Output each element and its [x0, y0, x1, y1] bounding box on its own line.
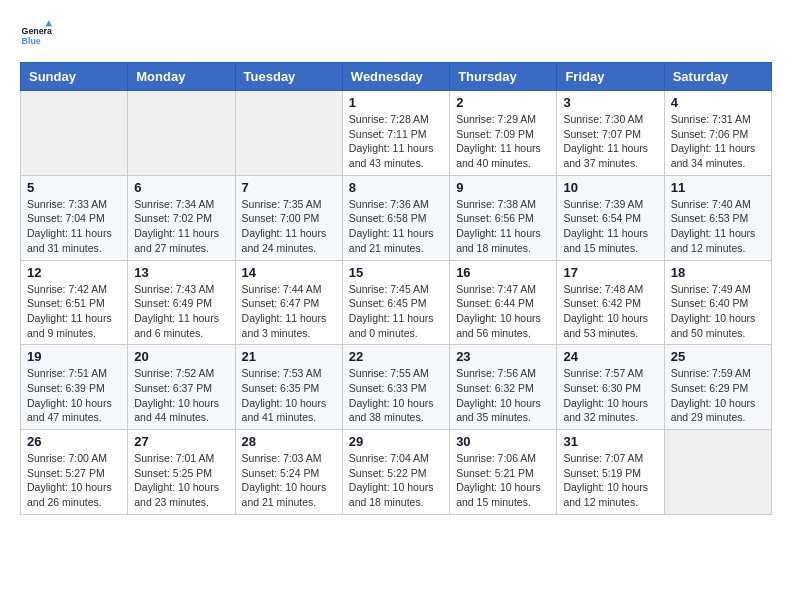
calendar-cell: 21Sunrise: 7:53 AM Sunset: 6:35 PM Dayli… — [235, 345, 342, 430]
day-info: Sunrise: 7:00 AM Sunset: 5:27 PM Dayligh… — [27, 451, 121, 510]
calendar-cell: 29Sunrise: 7:04 AM Sunset: 5:22 PM Dayli… — [342, 430, 449, 515]
calendar-cell — [664, 430, 771, 515]
weekday-header-monday: Monday — [128, 63, 235, 91]
calendar-cell: 22Sunrise: 7:55 AM Sunset: 6:33 PM Dayli… — [342, 345, 449, 430]
logo-icon: General Blue — [20, 20, 52, 52]
calendar-cell: 15Sunrise: 7:45 AM Sunset: 6:45 PM Dayli… — [342, 260, 449, 345]
day-number: 7 — [242, 180, 336, 195]
week-row-1: 1Sunrise: 7:28 AM Sunset: 7:11 PM Daylig… — [21, 91, 772, 176]
day-info: Sunrise: 7:56 AM Sunset: 6:32 PM Dayligh… — [456, 366, 550, 425]
calendar-cell: 10Sunrise: 7:39 AM Sunset: 6:54 PM Dayli… — [557, 175, 664, 260]
day-number: 6 — [134, 180, 228, 195]
day-number: 14 — [242, 265, 336, 280]
day-info: Sunrise: 7:33 AM Sunset: 7:04 PM Dayligh… — [27, 197, 121, 256]
weekday-header-thursday: Thursday — [450, 63, 557, 91]
svg-marker-2 — [46, 20, 52, 26]
day-number: 23 — [456, 349, 550, 364]
calendar-table: SundayMondayTuesdayWednesdayThursdayFrid… — [20, 62, 772, 515]
day-info: Sunrise: 7:48 AM Sunset: 6:42 PM Dayligh… — [563, 282, 657, 341]
day-info: Sunrise: 7:59 AM Sunset: 6:29 PM Dayligh… — [671, 366, 765, 425]
day-info: Sunrise: 7:55 AM Sunset: 6:33 PM Dayligh… — [349, 366, 443, 425]
calendar-cell: 8Sunrise: 7:36 AM Sunset: 6:58 PM Daylig… — [342, 175, 449, 260]
day-number: 3 — [563, 95, 657, 110]
day-info: Sunrise: 7:40 AM Sunset: 6:53 PM Dayligh… — [671, 197, 765, 256]
day-info: Sunrise: 7:01 AM Sunset: 5:25 PM Dayligh… — [134, 451, 228, 510]
day-number: 24 — [563, 349, 657, 364]
svg-text:General: General — [22, 26, 52, 36]
day-info: Sunrise: 7:52 AM Sunset: 6:37 PM Dayligh… — [134, 366, 228, 425]
day-info: Sunrise: 7:43 AM Sunset: 6:49 PM Dayligh… — [134, 282, 228, 341]
calendar-cell: 16Sunrise: 7:47 AM Sunset: 6:44 PM Dayli… — [450, 260, 557, 345]
day-info: Sunrise: 7:35 AM Sunset: 7:00 PM Dayligh… — [242, 197, 336, 256]
calendar-cell: 1Sunrise: 7:28 AM Sunset: 7:11 PM Daylig… — [342, 91, 449, 176]
day-number: 10 — [563, 180, 657, 195]
weekday-header-tuesday: Tuesday — [235, 63, 342, 91]
weekday-header-sunday: Sunday — [21, 63, 128, 91]
calendar-cell: 23Sunrise: 7:56 AM Sunset: 6:32 PM Dayli… — [450, 345, 557, 430]
calendar-cell: 5Sunrise: 7:33 AM Sunset: 7:04 PM Daylig… — [21, 175, 128, 260]
day-number: 12 — [27, 265, 121, 280]
day-number: 26 — [27, 434, 121, 449]
calendar-cell: 6Sunrise: 7:34 AM Sunset: 7:02 PM Daylig… — [128, 175, 235, 260]
weekday-header-row: SundayMondayTuesdayWednesdayThursdayFrid… — [21, 63, 772, 91]
day-number: 5 — [27, 180, 121, 195]
calendar-cell: 20Sunrise: 7:52 AM Sunset: 6:37 PM Dayli… — [128, 345, 235, 430]
calendar-cell: 25Sunrise: 7:59 AM Sunset: 6:29 PM Dayli… — [664, 345, 771, 430]
day-info: Sunrise: 7:45 AM Sunset: 6:45 PM Dayligh… — [349, 282, 443, 341]
calendar-cell: 19Sunrise: 7:51 AM Sunset: 6:39 PM Dayli… — [21, 345, 128, 430]
calendar-cell — [21, 91, 128, 176]
calendar-cell: 17Sunrise: 7:48 AM Sunset: 6:42 PM Dayli… — [557, 260, 664, 345]
day-info: Sunrise: 7:53 AM Sunset: 6:35 PM Dayligh… — [242, 366, 336, 425]
day-info: Sunrise: 7:06 AM Sunset: 5:21 PM Dayligh… — [456, 451, 550, 510]
day-number: 22 — [349, 349, 443, 364]
calendar-cell: 3Sunrise: 7:30 AM Sunset: 7:07 PM Daylig… — [557, 91, 664, 176]
day-number: 8 — [349, 180, 443, 195]
day-number: 20 — [134, 349, 228, 364]
day-info: Sunrise: 7:04 AM Sunset: 5:22 PM Dayligh… — [349, 451, 443, 510]
day-info: Sunrise: 7:31 AM Sunset: 7:06 PM Dayligh… — [671, 112, 765, 171]
calendar-cell: 14Sunrise: 7:44 AM Sunset: 6:47 PM Dayli… — [235, 260, 342, 345]
day-number: 21 — [242, 349, 336, 364]
calendar-cell: 4Sunrise: 7:31 AM Sunset: 7:06 PM Daylig… — [664, 91, 771, 176]
day-info: Sunrise: 7:39 AM Sunset: 6:54 PM Dayligh… — [563, 197, 657, 256]
day-number: 27 — [134, 434, 228, 449]
day-info: Sunrise: 7:07 AM Sunset: 5:19 PM Dayligh… — [563, 451, 657, 510]
day-number: 19 — [27, 349, 121, 364]
day-number: 11 — [671, 180, 765, 195]
day-info: Sunrise: 7:03 AM Sunset: 5:24 PM Dayligh… — [242, 451, 336, 510]
weekday-header-saturday: Saturday — [664, 63, 771, 91]
weekday-header-wednesday: Wednesday — [342, 63, 449, 91]
calendar-cell: 12Sunrise: 7:42 AM Sunset: 6:51 PM Dayli… — [21, 260, 128, 345]
page-header: General Blue — [20, 20, 772, 52]
day-number: 9 — [456, 180, 550, 195]
calendar-cell: 24Sunrise: 7:57 AM Sunset: 6:30 PM Dayli… — [557, 345, 664, 430]
week-row-2: 5Sunrise: 7:33 AM Sunset: 7:04 PM Daylig… — [21, 175, 772, 260]
calendar-cell — [235, 91, 342, 176]
week-row-4: 19Sunrise: 7:51 AM Sunset: 6:39 PM Dayli… — [21, 345, 772, 430]
week-row-5: 26Sunrise: 7:00 AM Sunset: 5:27 PM Dayli… — [21, 430, 772, 515]
day-number: 17 — [563, 265, 657, 280]
day-info: Sunrise: 7:57 AM Sunset: 6:30 PM Dayligh… — [563, 366, 657, 425]
day-info: Sunrise: 7:36 AM Sunset: 6:58 PM Dayligh… — [349, 197, 443, 256]
calendar-cell — [128, 91, 235, 176]
calendar-cell: 11Sunrise: 7:40 AM Sunset: 6:53 PM Dayli… — [664, 175, 771, 260]
day-number: 1 — [349, 95, 443, 110]
day-number: 2 — [456, 95, 550, 110]
calendar-cell: 7Sunrise: 7:35 AM Sunset: 7:00 PM Daylig… — [235, 175, 342, 260]
day-number: 13 — [134, 265, 228, 280]
day-number: 31 — [563, 434, 657, 449]
weekday-header-friday: Friday — [557, 63, 664, 91]
day-number: 28 — [242, 434, 336, 449]
day-info: Sunrise: 7:30 AM Sunset: 7:07 PM Dayligh… — [563, 112, 657, 171]
day-info: Sunrise: 7:42 AM Sunset: 6:51 PM Dayligh… — [27, 282, 121, 341]
day-info: Sunrise: 7:44 AM Sunset: 6:47 PM Dayligh… — [242, 282, 336, 341]
calendar-cell: 26Sunrise: 7:00 AM Sunset: 5:27 PM Dayli… — [21, 430, 128, 515]
day-number: 15 — [349, 265, 443, 280]
calendar-cell: 31Sunrise: 7:07 AM Sunset: 5:19 PM Dayli… — [557, 430, 664, 515]
day-number: 29 — [349, 434, 443, 449]
day-info: Sunrise: 7:38 AM Sunset: 6:56 PM Dayligh… — [456, 197, 550, 256]
day-number: 30 — [456, 434, 550, 449]
day-number: 16 — [456, 265, 550, 280]
day-info: Sunrise: 7:51 AM Sunset: 6:39 PM Dayligh… — [27, 366, 121, 425]
day-info: Sunrise: 7:49 AM Sunset: 6:40 PM Dayligh… — [671, 282, 765, 341]
